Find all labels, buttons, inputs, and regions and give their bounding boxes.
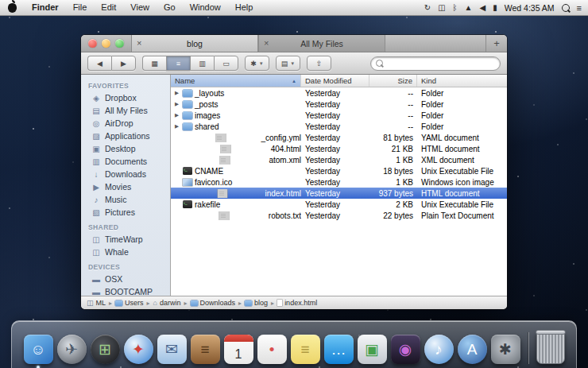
mail-dock-icon[interactable]: ✉ xyxy=(157,335,187,364)
sidebar-item-bootcamp[interactable]: ▬BOOTCAMP xyxy=(81,285,170,296)
path-item-users[interactable]: Users xyxy=(115,299,144,307)
icon-view-button[interactable]: ▦ xyxy=(142,56,166,71)
file-row-layouts[interactable]: ▶_layoutsYesterday--Folder xyxy=(171,87,507,99)
sidebar-item-osx[interactable]: ▬OSX xyxy=(81,273,170,285)
sidebar-item-documents[interactable]: ▥Documents xyxy=(81,155,170,168)
file-kind: YAML document xyxy=(417,134,507,142)
sidebar-item-whale[interactable]: ◫Whale xyxy=(81,246,170,258)
displays-icon[interactable]: ◫ xyxy=(438,3,445,12)
file-row-shared[interactable]: ▶sharedYesterday--Folder xyxy=(171,121,507,132)
back-button[interactable]: ◀ xyxy=(87,56,111,71)
minimize-window-button[interactable] xyxy=(102,39,110,48)
column-header-kind[interactable]: Kind xyxy=(417,75,507,87)
menu-edit[interactable]: Edit xyxy=(94,0,123,15)
window-content: FAVORITES◈Dropbox▤All My Files◎AirDrop▨A… xyxy=(81,75,507,296)
trash-dock-icon[interactable] xyxy=(536,331,565,364)
tab-blog[interactable]: ×blog xyxy=(131,35,258,52)
bluetooth-icon[interactable]: ᛒ xyxy=(453,3,458,12)
coverflow-view-button[interactable]: ▭ xyxy=(214,56,238,71)
column-header-size[interactable]: Size xyxy=(369,75,417,87)
menu-help[interactable]: Help xyxy=(228,0,261,15)
facetime-dock-icon[interactable]: ▣ xyxy=(358,335,387,364)
itunes-dock-icon[interactable]: ♪ xyxy=(424,335,454,364)
reminders-dock-icon[interactable]: • xyxy=(257,335,287,364)
file-icon xyxy=(219,211,229,220)
apple-menu-icon[interactable] xyxy=(8,3,17,13)
new-tab-button[interactable]: + xyxy=(485,35,507,52)
path-item-index-html[interactable]: index.html xyxy=(277,299,317,307)
file-row-favicon-ico[interactable]: favicon.icoYesterday1 KBWindows icon ima… xyxy=(171,176,507,188)
sync-icon[interactable]: ↻ xyxy=(424,3,431,12)
wifi-icon[interactable]: ▲ xyxy=(465,3,473,12)
menu-window[interactable]: Window xyxy=(183,0,228,15)
menu-go[interactable]: Go xyxy=(157,0,183,15)
list-view-button[interactable]: ≡ xyxy=(166,56,190,71)
notification-center-icon[interactable]: ≡ xyxy=(577,3,582,13)
sidebar-item-movies[interactable]: ▶Movies xyxy=(81,180,170,193)
path-item-darwin[interactable]: ⌂darwin xyxy=(153,299,181,307)
file-row-404-html[interactable]: 404.htmlYesterday21 KBHTML document xyxy=(171,143,507,154)
path-item-blog[interactable]: blog xyxy=(245,299,268,307)
action-menu-button[interactable]: ✱ ▼ xyxy=(245,56,269,71)
file-row-images[interactable]: ▶imagesYesterday--Folder xyxy=(171,110,507,121)
sidebar-item-label: Dropbox xyxy=(105,93,137,103)
path-item-ml[interactable]: ◫ML xyxy=(87,299,106,307)
file-date-modified: Yesterday xyxy=(301,189,369,198)
file-row-rakefile[interactable]: rakefileYesterday2 KBUnix Executable Fil… xyxy=(171,199,507,210)
menu-view[interactable]: View xyxy=(123,0,157,15)
documents-icon: ▥ xyxy=(91,157,101,166)
search-field[interactable] xyxy=(370,56,501,71)
sidebar-item-all-my-files[interactable]: ▤All My Files xyxy=(81,104,170,117)
file-kind: HTML document xyxy=(417,145,507,153)
sidebar-item-desktop[interactable]: ▣Desktop xyxy=(81,142,170,155)
launchpad-dock-icon[interactable]: ✈ xyxy=(57,335,87,364)
file-name: images xyxy=(195,111,220,120)
app-store-dock-icon[interactable]: A xyxy=(458,335,487,364)
finder-dock-icon[interactable]: ☺ xyxy=(24,335,53,364)
sidebar-item-airdrop[interactable]: ◎AirDrop xyxy=(81,117,170,130)
sidebar-item-label: OSX xyxy=(105,274,122,284)
tab-close-icon[interactable]: × xyxy=(264,39,273,48)
sidebar-item-downloads[interactable]: ↓Downloads xyxy=(81,168,170,180)
column-header-name[interactable]: Name▲ xyxy=(171,75,301,87)
file-row-posts[interactable]: ▶_postsYesterday--Folder xyxy=(171,99,507,110)
file-row-index-html[interactable]: index.htmlYesterday937 bytesHTML documen… xyxy=(171,188,507,199)
tab-close-icon[interactable]: × xyxy=(137,39,146,48)
forward-button[interactable]: ▶ xyxy=(111,56,136,71)
menu-clock[interactable]: Wed 4:35 AM xyxy=(505,3,555,13)
file-row-robots-txt[interactable]: robots.txtYesterday22 bytesPlain Text Do… xyxy=(171,210,507,221)
safari-dock-icon[interactable]: ✦ xyxy=(124,335,153,364)
sidebar-item-applications[interactable]: ▨Applications xyxy=(81,130,170,142)
share-button[interactable]: ⇧ xyxy=(307,56,331,71)
column-view-button[interactable]: ▥ xyxy=(190,56,214,71)
search-input[interactable] xyxy=(386,58,495,68)
calendar-dock-icon[interactable]: 1 xyxy=(224,335,253,364)
zoom-window-button[interactable] xyxy=(115,39,124,48)
volume-icon[interactable]: ◀ xyxy=(480,3,486,12)
column-header-date-modified[interactable]: Date Modified xyxy=(301,75,369,87)
menu-file[interactable]: File xyxy=(66,0,95,15)
file-row-atom-xml[interactable]: atom.xmlYesterday1 KBXML document xyxy=(171,154,507,165)
notes-dock-icon[interactable]: ≡ xyxy=(291,335,320,364)
sidebar-item-timewarp[interactable]: ◫TimeWarp xyxy=(81,233,170,246)
sidebar-item-music[interactable]: ♪Music xyxy=(81,193,170,206)
photo-booth-dock-icon[interactable]: ◉ xyxy=(391,335,420,364)
file-row-config-yml[interactable]: _config.ymlYesterday81 bytesYAML documen… xyxy=(171,132,507,143)
path-separator-icon: ▸ xyxy=(147,300,150,307)
close-window-button[interactable] xyxy=(88,39,97,48)
computer-icon: ◫ xyxy=(87,299,94,307)
battery-icon[interactable]: ▮ xyxy=(493,3,497,12)
sidebar-item-pictures[interactable]: ▧Pictures xyxy=(81,206,170,219)
mission-control-dock-icon[interactable]: ⊞ xyxy=(91,335,120,364)
exec-icon xyxy=(183,200,192,208)
tab-all-my-files[interactable]: ×All My Files xyxy=(258,35,385,52)
contacts-dock-icon[interactable]: ≡ xyxy=(191,335,220,364)
messages-dock-icon[interactable]: … xyxy=(324,335,354,364)
path-item-downloads[interactable]: Downloads xyxy=(191,299,236,307)
file-row-cname[interactable]: CNAMEYesterday18 bytesUnix Executable Fi… xyxy=(171,165,507,176)
spotlight-icon[interactable] xyxy=(562,4,570,12)
system-preferences-dock-icon[interactable]: ✱ xyxy=(491,335,520,364)
sidebar-item-dropbox[interactable]: ◈Dropbox xyxy=(81,91,170,104)
arrange-menu-button[interactable]: ▤ ▼ xyxy=(276,56,300,71)
menu-finder[interactable]: Finder xyxy=(25,0,66,15)
